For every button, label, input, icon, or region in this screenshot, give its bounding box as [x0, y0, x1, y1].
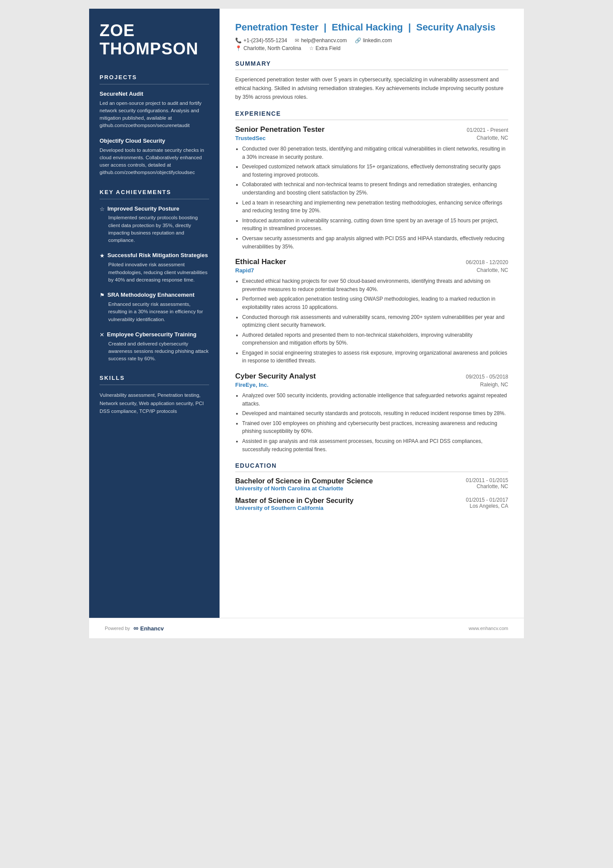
linkedin-text: linkedin.com: [363, 37, 392, 44]
skills-text: Vulnerability assessment, Penetration te…: [100, 391, 209, 415]
phone-icon: 📞: [235, 37, 242, 44]
achievements-container: ☆ Improved Security Posture Implemented …: [100, 205, 209, 363]
project-desc: Developed tools to automate security che…: [100, 147, 209, 177]
edu-school: University of Southern California: [235, 505, 353, 511]
exp-location: Charlotte, NC: [476, 135, 508, 141]
achievement-title: SRA Methodology Enhancement: [107, 292, 194, 299]
bullet-item: Oversaw security assessments and gap ana…: [242, 235, 508, 251]
bullet-item: Conducted over 80 penetration tests, ide…: [242, 145, 508, 161]
phone-contact: 📞 +1-(234)-555-1234: [235, 37, 287, 44]
project-item: SecureNet Audit Led an open-source proje…: [100, 90, 209, 130]
main-header: Penetration Tester | Ethical Hacking | S…: [235, 22, 508, 51]
skills-divider: [100, 385, 209, 385]
education-container: Bachelor of Science in Computer Science …: [235, 477, 508, 511]
sidebar: ZOE THOMPSON PROJECTS SecureNet Audit Le…: [89, 9, 220, 618]
exp-location: Charlotte, NC: [476, 267, 508, 274]
bullet-item: Trained over 100 employees on phishing a…: [242, 419, 508, 436]
extra-contact: ☆ Extra Field: [309, 45, 340, 51]
contact-line-2: 📍 Charlotte, North Carolina ☆ Extra Fiel…: [235, 45, 508, 51]
logo-icon: ∞: [133, 624, 138, 632]
extra-text: Extra Field: [316, 45, 340, 51]
experience-entry: Ethical Hacker 06/2018 - 12/2020 Rapid7 …: [235, 258, 508, 365]
education-section-title: EDUCATION: [235, 462, 508, 469]
exp-dates: 01/2021 - Present: [467, 127, 508, 133]
experience-entry: Senior Penetration Tester 01/2021 - Pres…: [235, 125, 508, 251]
bullet-item: Collaborated with technical and non-tech…: [242, 181, 508, 197]
project-title: Objectify Cloud Security: [100, 137, 209, 144]
skills-section-title: SKILLS: [100, 375, 209, 381]
job-title-part2: Ethical Hacking: [332, 22, 403, 33]
footer-left: Powered by ∞ Enhancv: [105, 624, 164, 632]
experience-divider: [235, 120, 508, 120]
projects-divider: [100, 84, 209, 84]
linkedin-icon: 🔗: [355, 37, 361, 44]
achievement-icon: ★: [100, 252, 105, 259]
exp-job-title: Ethical Hacker: [235, 258, 286, 266]
bullet-item: Engaged in social engineering strategies…: [242, 349, 508, 365]
candidate-name: ZOE THOMPSON: [100, 22, 209, 58]
project-desc: Led an open-source project to audit and …: [100, 100, 209, 130]
projects-container: SecureNet Audit Led an open-source proje…: [100, 90, 209, 177]
exp-company: FireEye, Inc.: [235, 382, 269, 388]
enhancv-logo: ∞ Enhancv: [133, 624, 164, 632]
exp-company-row: Rapid7 Charlotte, NC: [235, 267, 508, 274]
bullet-item: Performed web application penetration te…: [242, 295, 508, 311]
edu-dates: 01/2011 - 01/2015: [466, 477, 508, 483]
separator2: |: [408, 22, 413, 33]
job-title-line: Penetration Tester | Ethical Hacking | S…: [235, 22, 508, 33]
edu-location: Charlotte, NC: [466, 483, 508, 489]
achievement-icon: ☆: [100, 206, 105, 212]
exp-company: TrustedSec: [235, 135, 266, 141]
location-contact: 📍 Charlotte, North Carolina: [235, 45, 301, 51]
edu-degree: Master of Science in Cyber Security: [235, 497, 353, 505]
achievement-desc: Enhanced security risk assessments, resu…: [100, 301, 209, 323]
bullet-item: Developed and maintained security standa…: [242, 409, 508, 418]
achievements-section-title: KEY ACHIEVEMENTS: [100, 189, 209, 195]
achievement-title: Employee Cybersecurity Training: [107, 331, 197, 338]
bullet-item: Executed ethical hacking projects for ov…: [242, 277, 508, 293]
edu-right: 01/2011 - 01/2015 Charlotte, NC: [466, 477, 508, 492]
edu-location: Los Angeles, CA: [466, 503, 508, 509]
edu-left: Bachelor of Science in Computer Science …: [235, 477, 373, 492]
footer: Powered by ∞ Enhancv www.enhancv.com: [89, 618, 524, 638]
exp-bullets-list: Conducted over 80 penetration tests, ide…: [235, 145, 508, 251]
summary-text: Experienced penetration tester with over…: [235, 75, 508, 101]
achievement-desc: Implemented security protocols boosting …: [100, 214, 209, 244]
footer-website: www.enhancv.com: [469, 626, 508, 631]
exp-title-row: Ethical Hacker 06/2018 - 12/2020: [235, 258, 508, 266]
experience-section-title: EXPERIENCE: [235, 110, 508, 117]
project-title: SecureNet Audit: [100, 90, 209, 97]
summary-divider: [235, 70, 508, 70]
achievement-desc: Piloted innovative risk assessment metho…: [100, 261, 209, 284]
projects-section-title: PROJECTS: [100, 74, 209, 80]
achievement-item: ⚑ SRA Methodology Enhancement Enhanced s…: [100, 292, 209, 323]
email-text: help@enhancv.com: [301, 37, 346, 44]
exp-job-title: Senior Penetration Tester: [235, 125, 325, 134]
achievement-item: ☆ Improved Security Posture Implemented …: [100, 205, 209, 245]
project-item: Objectify Cloud Security Developed tools…: [100, 137, 209, 177]
phone-text: +1-(234)-555-1234: [243, 37, 287, 44]
achievement-item: ★ Successful Risk Mitigation Strategies …: [100, 252, 209, 284]
bullet-item: Developed customized network attack simu…: [242, 163, 508, 179]
exp-job-title: Cyber Security Analyst: [235, 372, 316, 381]
experience-container: Senior Penetration Tester 01/2021 - Pres…: [235, 125, 508, 453]
bullet-item: Led a team in researching and implementi…: [242, 199, 508, 215]
bullet-item: Conducted thorough risk assessments and …: [242, 313, 508, 329]
bullet-item: Analyzed over 500 security incidents, pr…: [242, 392, 508, 408]
name-block: ZOE THOMPSON: [100, 22, 209, 58]
achievement-title: Improved Security Posture: [107, 205, 179, 213]
job-title-part1: Penetration Tester: [235, 22, 319, 33]
achievement-title: Successful Risk Mitigation Strategies: [107, 252, 208, 259]
job-title-part3: Security Analysis: [416, 22, 496, 33]
summary-section-title: SUMMARY: [235, 60, 508, 67]
bullet-item: Authored detailed reports and presented …: [242, 331, 508, 347]
separator1: |: [324, 22, 329, 33]
achievement-header: ✕ Employee Cybersecurity Training: [100, 331, 209, 338]
edu-school: University of North Carolina at Charlott…: [235, 485, 373, 492]
edu-right: 01/2015 - 01/2017 Los Angeles, CA: [466, 497, 508, 511]
edu-left: Master of Science in Cyber Security Univ…: [235, 497, 353, 511]
achievement-icon: ✕: [100, 332, 104, 338]
bullet-item: Introduced automation in vulnerability s…: [242, 217, 508, 233]
exp-dates: 09/2015 - 05/2018: [466, 374, 508, 380]
experience-entry: Cyber Security Analyst 09/2015 - 05/2018…: [235, 372, 508, 453]
